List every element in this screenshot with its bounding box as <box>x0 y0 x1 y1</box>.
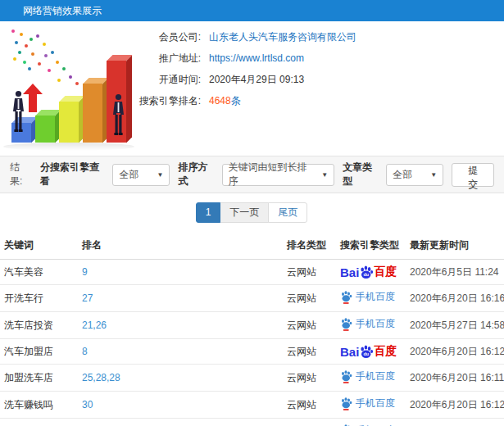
rank-type-cell: 云网站 <box>283 312 336 339</box>
updated-time: 2020年6月20日 16:16 <box>410 292 504 304</box>
table-row: 开洗车行27云网站 手机百度2020年6月20日 16:16 <box>0 285 504 312</box>
rank-cell: 21,26 <box>78 312 283 339</box>
updated-time-cell: 2020年6月18日 14:27 <box>406 419 504 426</box>
baidu-latin-text: Bai <box>340 345 359 359</box>
rank-value: 21,26 <box>82 320 107 331</box>
baidu-paw-icon: du <box>359 265 374 279</box>
engine-cell: 手机百度 <box>336 365 406 392</box>
info-row-3: 搜索引擎排名:4648条 <box>49 90 356 111</box>
rank-value: 8 <box>82 346 88 357</box>
rank-type-cell: 云网站 <box>283 285 336 312</box>
rank-value: 30 <box>82 399 93 410</box>
baidu-latin-text: Bai <box>340 265 359 279</box>
chevron-down-icon: ▼ <box>321 171 328 179</box>
filter-select-1[interactable]: 关键词由短到长排序▼ <box>222 164 335 186</box>
svg-text:du: du <box>364 351 370 356</box>
table-row: 汽车加盟店8云网站Bai du 百度2020年6月20日 16:12 <box>0 339 504 365</box>
keyword-cell: 洗车赚钱吗 <box>0 392 78 419</box>
column-header-3: 搜索引擎类型 <box>336 231 406 260</box>
engine-cell: Bai du 百度 <box>336 339 406 365</box>
growth-arrow-icon <box>23 84 43 113</box>
filter-bar: 结果: 分搜索引擎查看全部▼排序方式关键词由短到长排序▼文章类型全部▼ 提交 <box>0 156 504 193</box>
mobile-baidu-label: 手机百度 <box>356 369 395 383</box>
rank-cell: 9 <box>78 260 283 285</box>
info-value: 2020年4月29日 09:13 <box>209 73 304 87</box>
updated-time: 2020年6月20日 16:12 <box>410 346 504 357</box>
keyword-cell: 洗车店投资 <box>0 312 78 339</box>
rank-count-suffix: 条 <box>231 95 241 106</box>
rank-count-number: 4648 <box>209 95 231 106</box>
keyword-cell: 汽车加盟店 <box>0 339 78 365</box>
rank-type-cell: 云网站 <box>283 392 336 419</box>
last-page-button[interactable]: 尾页 <box>268 202 307 223</box>
submit-button[interactable]: 提交 <box>452 163 494 187</box>
baidu-cn-text: 百度 <box>374 265 397 279</box>
result-label: 结果: <box>10 161 32 188</box>
rank-type-cell: 云网站 <box>283 419 336 426</box>
page-1-button[interactable]: 1 <box>196 202 221 223</box>
page-title: 网络营销效果展示 <box>23 5 102 16</box>
updated-time: 2020年6月20日 16:12 <box>410 399 504 410</box>
info-value[interactable]: 山东老人头汽车服务咨询有限公司 <box>209 30 356 44</box>
engine-cell: 手机百度 <box>336 392 406 419</box>
column-header-1: 排名 <box>78 231 283 260</box>
baidu-cn-text: 百度 <box>374 344 397 359</box>
keyword-cell: 汽车美容 <box>0 260 78 285</box>
keyword-cell: 加盟洗车店 <box>0 365 78 392</box>
next-page-button[interactable]: 下一页 <box>220 202 269 223</box>
mobile-baidu-label: 手机百度 <box>356 397 395 410</box>
rank-cell: 30 <box>78 392 283 419</box>
mobile-baidu-icon <box>340 290 352 304</box>
engine-cell: 手机百度 <box>336 285 406 312</box>
baidu-paw-icon: du <box>359 344 374 359</box>
chevron-down-icon: ▼ <box>430 171 437 179</box>
table-row: 加盟洗车店25,28,28云网站 手机百度2020年6月20日 16:11 <box>0 365 504 392</box>
floor-shadow <box>3 143 134 151</box>
filter-label-1: 排序方式 <box>178 161 216 188</box>
mobile-baidu-icon <box>340 397 352 410</box>
keyword-cell: 开洗车行 <box>0 285 78 312</box>
rank-type-cell: 云网站 <box>283 339 336 365</box>
ranking-table: 关键词排名排名类型搜索引擎类型最新更新时间 汽车美容9云网站Bai du 百度2… <box>0 231 504 426</box>
confetti-decoration <box>11 29 15 33</box>
info-label: 会员公司: <box>49 30 201 44</box>
updated-time-cell: 2020年5月27日 14:58 <box>406 312 504 339</box>
rank-value: 27 <box>82 292 93 304</box>
column-header-4: 最新更新时间 <box>406 231 504 260</box>
updated-time-cell: 2020年6月20日 16:12 <box>406 392 504 419</box>
pagination: 1 下一页 尾页 <box>0 193 504 231</box>
filter-select-0[interactable]: 全部▼ <box>112 164 170 186</box>
filter-label-2: 文章类型 <box>343 161 381 188</box>
keyword-cell: 洗车店利润 <box>0 419 78 426</box>
mobile-baidu-icon <box>340 317 352 331</box>
filter-select-2[interactable]: 全部▼ <box>386 164 443 186</box>
mobile-baidu-label: 手机百度 <box>356 290 395 304</box>
filter-label-0: 分搜索引擎查看 <box>40 161 107 188</box>
mobile-baidu-logo: 手机百度 <box>340 397 395 410</box>
updated-time: 2020年6月5日 11:24 <box>410 266 499 278</box>
info-label: 搜索引擎排名: <box>49 94 201 108</box>
search-engine-rank-count: 4648条 <box>209 94 241 108</box>
info-row-0: 会员公司:山东老人头汽车服务咨询有限公司 <box>49 26 356 48</box>
info-row-2: 开通时间:2020年4月29日 09:13 <box>49 69 356 90</box>
mobile-baidu-icon <box>340 369 352 383</box>
rank-value: 25,28,28 <box>82 372 120 383</box>
app-header: 网络营销效果展示 <box>0 0 504 21</box>
businessman-figure <box>11 90 25 133</box>
column-header-2: 排名类型 <box>283 231 336 260</box>
updated-time-cell: 2020年6月5日 11:24 <box>406 260 504 285</box>
table-header-row: 关键词排名排名类型搜索引擎类型最新更新时间 <box>0 231 504 260</box>
updated-time: 2020年5月27日 14:58 <box>410 320 504 331</box>
company-info: 会员公司:山东老人头汽车服务咨询有限公司推广地址:https://www.lrt… <box>49 26 356 111</box>
chevron-down-icon: ▼ <box>157 171 164 179</box>
info-value[interactable]: https://www.lrtlsd.com <box>209 52 304 64</box>
column-header-0: 关键词 <box>0 231 78 260</box>
info-label: 开通时间: <box>49 73 201 87</box>
updated-time-cell: 2020年6月20日 16:11 <box>406 365 504 392</box>
info-section: 会员公司:山东老人头汽车服务咨询有限公司推广地址:https://www.lrt… <box>0 21 504 156</box>
svg-text:du: du <box>364 272 370 277</box>
updated-time-cell: 2020年6月20日 16:16 <box>406 285 504 312</box>
filter-select-value: 全部 <box>119 168 138 182</box>
filter-select-value: 全部 <box>393 168 412 182</box>
rank-cell: 30 <box>78 419 283 426</box>
